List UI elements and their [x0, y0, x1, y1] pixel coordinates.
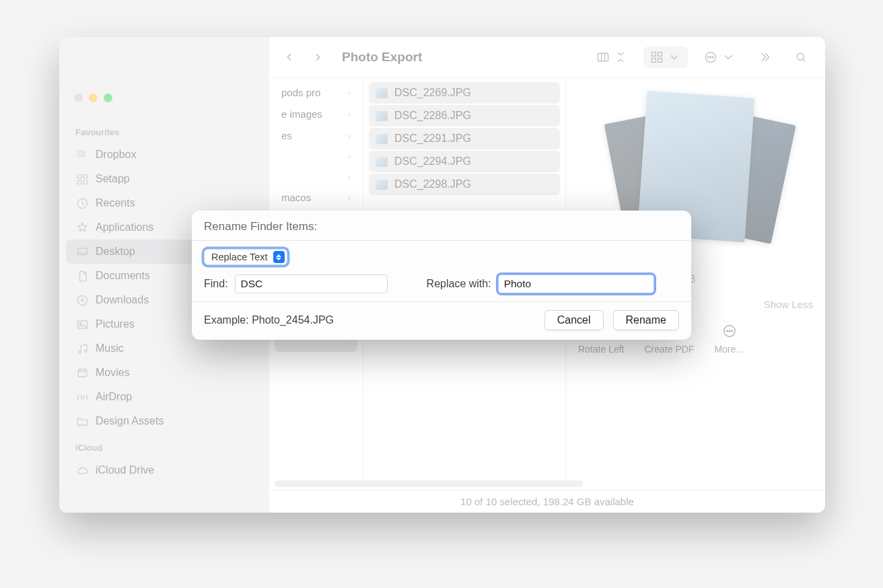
replace-label: Replace with: [427, 278, 491, 290]
rename-button[interactable]: Rename [613, 310, 679, 330]
rename-mode-select[interactable]: Replace Text [204, 249, 287, 265]
cancel-button[interactable]: Cancel [544, 310, 604, 330]
rename-mode-label: Replace Text [211, 252, 268, 262]
find-label: Find: [204, 278, 228, 290]
rename-dialog: Rename Finder Items: Replace Text Find: … [192, 211, 691, 340]
dropdown-caret-icon [273, 251, 285, 263]
replace-input[interactable] [498, 274, 654, 293]
example-text: Example: Photo_2454.JPG [204, 314, 535, 326]
find-input[interactable] [235, 274, 388, 293]
dialog-title: Rename Finder Items: [192, 211, 691, 240]
